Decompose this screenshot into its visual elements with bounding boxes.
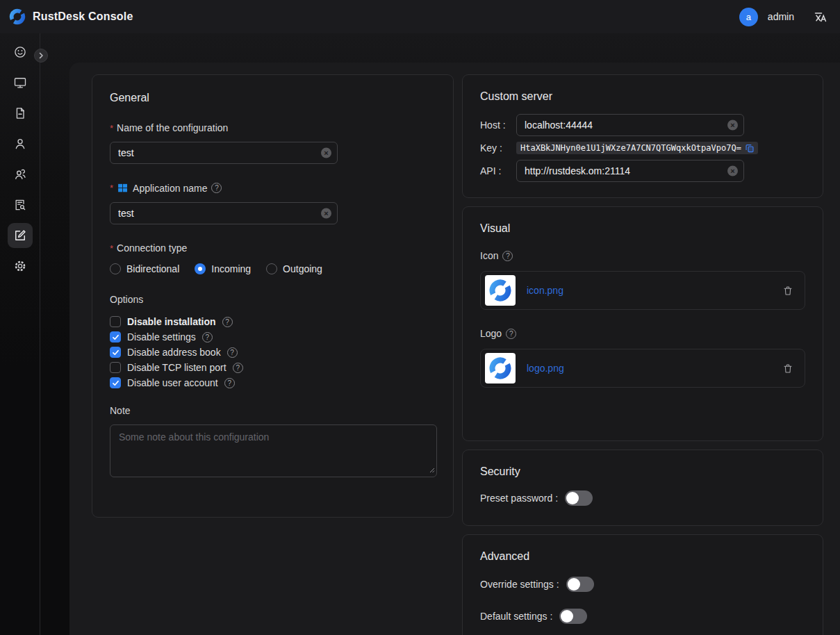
trash-icon[interactable] (782, 363, 793, 374)
sidebar-item-audit[interactable] (8, 192, 33, 217)
logo-thumbnail (485, 353, 516, 384)
checkbox-disable-address-book[interactable]: Disable address book ? (110, 347, 436, 358)
clear-icon[interactable]: × (727, 120, 738, 131)
checkbox-box[interactable] (110, 362, 121, 373)
api-row: API : × (480, 160, 805, 182)
app-name-field: × (110, 202, 338, 224)
sidebar-item-configurations[interactable] (8, 223, 33, 248)
avatar[interactable]: a (739, 8, 758, 26)
edit-icon (13, 229, 27, 242)
config-name-field: × (110, 142, 338, 164)
connection-type-label: * Connection type (110, 242, 436, 254)
top-bar: RustDesk Console a admin (0, 0, 840, 33)
smiley-icon (13, 45, 27, 59)
help-icon[interactable]: ? (502, 251, 513, 261)
override-settings-toggle[interactable] (566, 577, 594, 592)
options-label: Options (110, 294, 436, 305)
logo-file-link[interactable]: logo.png (527, 363, 564, 374)
general-card: General * Name of the configuration × * (92, 74, 454, 518)
preset-password-toggle[interactable] (565, 490, 593, 506)
app-title: RustDesk Console (33, 10, 133, 23)
radio-circle[interactable] (266, 263, 277, 274)
trash-icon[interactable] (782, 285, 793, 297)
sidebar-item-devices[interactable] (8, 70, 33, 95)
required-marker: * (110, 243, 113, 254)
document-search-icon (13, 198, 27, 212)
user-name[interactable]: admin (768, 11, 794, 22)
key-label: Key : (480, 142, 516, 154)
rustdesk-console-page: RustDesk Console a admin (0, 0, 840, 635)
note-label: Note (110, 405, 436, 416)
clear-icon[interactable]: × (727, 166, 738, 176)
required-marker: * (110, 183, 113, 193)
host-input[interactable] (516, 114, 744, 136)
checkbox-box[interactable] (110, 347, 121, 358)
host-field: × (516, 114, 744, 136)
gear-icon (13, 259, 27, 273)
icon-file-link[interactable]: icon.png (527, 285, 563, 296)
custom-server-title: Custom server (480, 90, 805, 103)
icon-label-row: Icon ? (480, 250, 805, 261)
radio-circle[interactable] (110, 263, 121, 274)
visual-title: Visual (480, 222, 805, 235)
checkbox-disable-tcp-listen-port[interactable]: Disable TCP listen port ? (110, 362, 436, 373)
config-name-label: * Name of the configuration (110, 122, 436, 133)
logo-upload-row: logo.png (480, 349, 805, 388)
checkbox-disable-settings[interactable]: Disable settings ? (110, 331, 436, 343)
preset-password-label: Preset password : (480, 493, 558, 504)
general-title: General (110, 92, 436, 104)
sidebar-item-settings[interactable] (8, 254, 33, 279)
copy-icon[interactable] (745, 143, 755, 153)
radio-incoming[interactable]: Incoming (195, 263, 251, 274)
sidebar-item-users[interactable] (8, 131, 33, 156)
default-settings-row: Default settings : (480, 609, 805, 624)
default-settings-label: Default settings : (480, 611, 552, 622)
logo-label-row: Logo ? (480, 328, 805, 339)
sidebar-item-logs[interactable] (8, 101, 33, 126)
api-input[interactable] (516, 160, 744, 182)
checkbox-box[interactable] (110, 377, 121, 388)
default-settings-toggle[interactable] (559, 609, 587, 624)
clear-icon[interactable]: × (321, 208, 331, 219)
help-icon[interactable]: ? (222, 317, 233, 327)
user-icon (13, 137, 27, 151)
security-title: Security (480, 465, 805, 478)
help-icon[interactable]: ? (227, 347, 238, 358)
windows-icon (117, 182, 129, 194)
note-textarea[interactable] (110, 424, 437, 477)
brand[interactable]: RustDesk Console (8, 8, 133, 26)
help-icon[interactable]: ? (506, 329, 516, 339)
host-label: Host : (480, 119, 516, 131)
help-icon[interactable]: ? (233, 363, 243, 373)
note-field (110, 424, 437, 480)
clear-icon[interactable]: × (321, 148, 331, 158)
visual-card: Visual Icon ? (462, 206, 823, 441)
checkbox-disable-installation[interactable]: Disable installation ? (110, 316, 436, 327)
key-row: Key : HtaXBkJNHyn0e1U1jWXze7A7CN7QTGWqxk… (480, 142, 805, 154)
help-icon[interactable]: ? (202, 332, 213, 343)
translate-icon[interactable] (814, 10, 827, 24)
checkbox-box[interactable] (110, 316, 121, 327)
radio-circle[interactable] (195, 263, 206, 274)
sidebar-item-groups[interactable] (8, 162, 33, 187)
sidebar-item-dashboard[interactable] (8, 40, 33, 65)
key-value: HtaXBkJNHyn0e1U1jWXze7A7CN7QTGWqxkOtpaVp… (516, 142, 758, 154)
connection-type-group: Bidirectional Incoming Outgoing (110, 263, 436, 274)
app-name-input[interactable] (110, 202, 338, 224)
radio-bidirectional[interactable]: Bidirectional (110, 263, 179, 274)
icon-thumbnail (485, 275, 516, 306)
required-marker: * (110, 123, 113, 133)
help-icon[interactable]: ? (211, 183, 222, 193)
preset-password-row: Preset password : (480, 490, 805, 506)
security-card: Security Preset password : (462, 450, 823, 526)
sidebar (0, 33, 40, 635)
sidebar-collapse-button[interactable] (34, 49, 48, 63)
config-name-input[interactable] (110, 142, 338, 164)
checkbox-disable-user-account[interactable]: Disable user account ? (110, 377, 436, 388)
api-field: × (516, 160, 744, 182)
help-icon[interactable]: ? (224, 378, 235, 388)
main-area: General * Name of the configuration × * (40, 33, 840, 635)
checkbox-box[interactable] (110, 331, 121, 343)
custom-server-card: Custom server Host : × Key : (462, 74, 823, 198)
radio-outgoing[interactable]: Outgoing (266, 263, 322, 274)
